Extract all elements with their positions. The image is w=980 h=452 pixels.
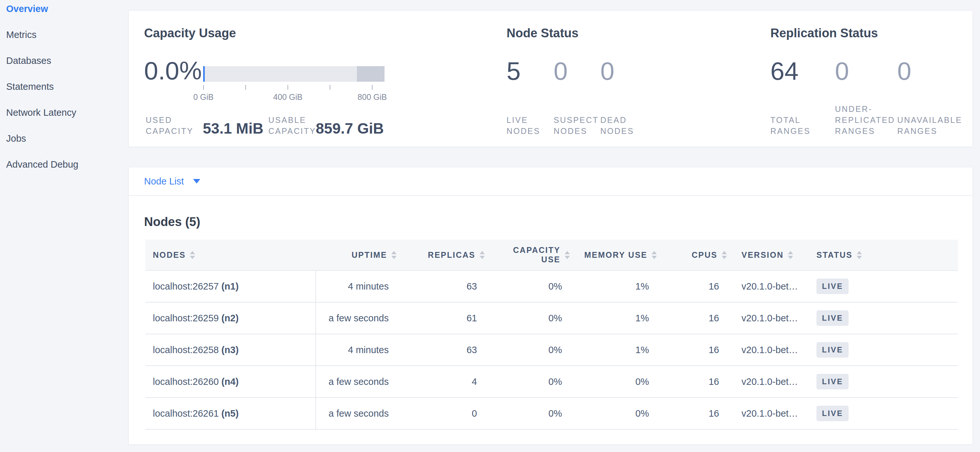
capacity-bar-used-marker <box>203 66 205 82</box>
replicas-cell: 0 <box>401 398 489 430</box>
replicas-cell: 61 <box>401 303 489 334</box>
version-cell: v20.1.0-bet… <box>731 398 812 430</box>
node-list-dropdown-label: Node List <box>144 176 184 187</box>
memory-use-cell: 1% <box>574 271 661 303</box>
sidebar-item-metrics[interactable]: Metrics <box>6 29 120 41</box>
replicas-cell: 63 <box>401 334 489 366</box>
caret-down-icon <box>193 179 200 184</box>
axis-tick <box>245 85 246 90</box>
column-header-memory-use[interactable]: MEMORY USE <box>574 239 661 271</box>
node-address: localhost:26257 <box>153 281 219 292</box>
node-id: (n4) <box>221 376 239 387</box>
axis-tick <box>288 85 288 90</box>
status-cell: LIVE <box>812 398 958 430</box>
capacity-use-cell: 0% <box>489 366 574 398</box>
capacity-use-cell: 0% <box>489 271 574 303</box>
status-badge: LIVE <box>816 310 849 326</box>
uptime-cell: 4 minutes <box>316 271 401 303</box>
sort-icon <box>722 251 727 259</box>
node-address: localhost:26259 <box>153 313 219 323</box>
total-ranges-stat: 64 TOTAL RANGES <box>770 56 835 136</box>
sidebar-item-advanced-debug[interactable]: Advanced Debug <box>6 158 120 171</box>
sidebar-item-overview[interactable]: Overview <box>6 3 120 15</box>
cpus-cell: 16 <box>661 334 731 366</box>
capacity-use-cell: 0% <box>489 398 574 430</box>
node-cell: localhost:26261(n5) <box>145 398 316 430</box>
table-row[interactable]: localhost:26259(n2) a few seconds 61 0% … <box>145 303 958 334</box>
memory-use-cell: 1% <box>574 303 661 334</box>
node-status-stats: 5 LIVE NODES 0 SUSPECT NODES 0 DEAD NODE… <box>507 56 655 136</box>
status-cell: LIVE <box>812 303 958 334</box>
uptime-cell: a few seconds <box>316 398 401 430</box>
column-header-replicas[interactable]: REPLICAS <box>401 239 489 271</box>
replicas-cell: 4 <box>401 366 489 398</box>
cluster-summary-card: Capacity Usage 0.0% 0 GiB 400 GiB 800 Gi… <box>129 10 973 147</box>
status-badge: LIVE <box>816 279 849 294</box>
cpus-cell: 16 <box>661 303 731 334</box>
table-row[interactable]: localhost:26258(n3) 4 minutes 63 0% 1% 1… <box>145 334 958 366</box>
column-header-capacity-use[interactable]: CAPACITY USE <box>489 239 574 271</box>
node-list-card: Node List Nodes (5) NODES UPTIME <box>129 167 973 444</box>
sidebar-item-network-latency[interactable]: Network Latency <box>6 106 120 119</box>
uptime-cell: 4 minutes <box>316 334 401 366</box>
column-label: CPUS <box>692 250 718 260</box>
uptime-cell: a few seconds <box>316 303 401 334</box>
suspect-nodes-value: 0 <box>554 56 600 86</box>
column-label: REPLICAS <box>428 250 476 260</box>
live-nodes-label: LIVE NODES <box>507 114 549 136</box>
sidebar-item-databases[interactable]: Databases <box>6 54 120 67</box>
column-header-cpus[interactable]: CPUS <box>661 239 731 271</box>
capacity-use-cell: 0% <box>489 303 574 334</box>
unavailable-ranges-label: UNAVAILABLE RANGES <box>897 114 963 136</box>
table-row[interactable]: localhost:26260(n4) a few seconds 4 0% 0… <box>145 366 958 398</box>
capacity-bar-axis: 0 GiB 400 GiB 800 GiB <box>203 85 385 105</box>
status-badge: LIVE <box>816 406 849 421</box>
node-id: (n2) <box>221 313 239 323</box>
suspect-nodes-stat: 0 SUSPECT NODES <box>554 56 600 136</box>
version-cell: v20.1.0-bet… <box>731 271 812 303</box>
under-replicated-label: UNDER-REPLICATED RANGES <box>835 103 892 136</box>
axis-tick <box>372 85 372 90</box>
column-header-version[interactable]: VERSION <box>731 239 812 271</box>
sort-icon <box>190 251 195 259</box>
sidebar: Overview Metrics Databases Statements Ne… <box>6 3 120 184</box>
node-id: (n3) <box>221 345 239 355</box>
sort-icon <box>391 251 396 259</box>
cpus-cell: 16 <box>661 398 731 430</box>
usable-capacity-value: 859.7 GiB <box>316 120 384 136</box>
memory-use-cell: 0% <box>574 398 661 430</box>
overview-page: Overview Metrics Databases Statements Ne… <box>0 0 980 452</box>
column-label: NODES <box>153 250 186 260</box>
column-header-status[interactable]: STATUS <box>812 239 958 271</box>
sidebar-item-statements[interactable]: Statements <box>6 81 120 93</box>
table-row[interactable]: localhost:26261(n5) a few seconds 0 0% 0… <box>145 398 958 430</box>
memory-use-cell: 0% <box>574 366 661 398</box>
unavailable-ranges-stat: 0 UNAVAILABLE RANGES <box>897 56 969 136</box>
uptime-cell: a few seconds <box>316 366 401 398</box>
capacity-use-cell: 0% <box>489 334 574 366</box>
axis-tick-label: 400 GiB <box>265 92 310 102</box>
column-label: UPTIME <box>352 250 387 260</box>
nodes-table: NODES UPTIME REPLICAS CAPACITY USE MEMOR… <box>145 239 958 430</box>
column-header-uptime[interactable]: UPTIME <box>316 239 401 271</box>
used-capacity-label: USED CAPACITY <box>146 114 201 136</box>
live-nodes-value: 5 <box>507 56 554 86</box>
unavailable-ranges-value: 0 <box>897 56 969 86</box>
column-header-nodes[interactable]: NODES <box>145 239 316 271</box>
sidebar-item-jobs[interactable]: Jobs <box>6 132 120 144</box>
sort-icon <box>652 251 657 259</box>
suspect-nodes-label: SUSPECT NODES <box>554 114 595 136</box>
status-badge: LIVE <box>816 374 849 389</box>
table-row[interactable]: localhost:26257(n1) 4 minutes 63 0% 1% 1… <box>145 271 958 303</box>
axis-tick-label: 0 GiB <box>181 92 226 102</box>
node-list-header: Node List <box>129 167 972 196</box>
column-label: CAPACITY USE <box>505 246 560 264</box>
node-list-dropdown[interactable]: Node List <box>144 176 200 187</box>
cpus-cell: 16 <box>661 366 731 398</box>
capacity-usage-bar <box>203 66 385 82</box>
sort-icon <box>565 251 570 259</box>
cpus-cell: 16 <box>661 271 731 303</box>
total-ranges-value: 64 <box>770 56 835 86</box>
node-id: (n1) <box>221 281 239 292</box>
version-cell: v20.1.0-bet… <box>731 303 812 334</box>
